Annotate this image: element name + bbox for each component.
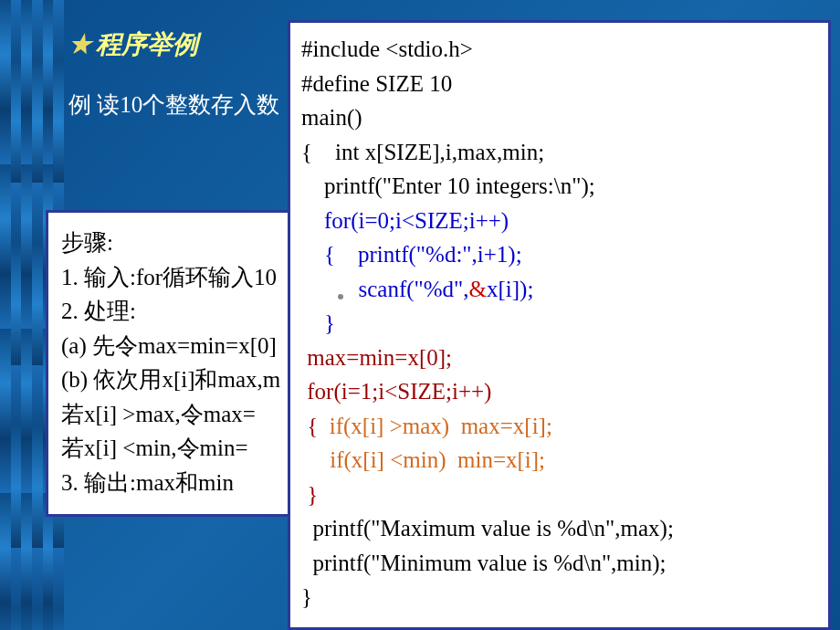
code-line: #include <stdio.h> [301, 32, 817, 67]
marker-dot [338, 294, 343, 299]
code-line: printf("Minimum value is %d\n",min); [301, 546, 817, 581]
code-line: #define SIZE 10 [301, 67, 817, 101]
example-description: 例 读10个整数存入数 [68, 89, 279, 120]
title-text: 程序举例 [96, 30, 198, 58]
code-line: printf("Maximum value is %d\n",max); [301, 511, 817, 546]
code-line: { if(x[i] >max) max=x[i]; [301, 409, 817, 444]
code-panel: #include <stdio.h> #define SIZE 10 main(… [288, 20, 831, 630]
code-line: if(x[i] <min) min=x[i]; [301, 443, 817, 478]
code-line: main() [301, 100, 817, 135]
code-line: { printf("%d:",i+1); [301, 237, 817, 272]
star-icon: ★ [68, 30, 91, 58]
code-line: scanf("%d",&x[i]); [301, 272, 817, 307]
code-line: for(i=0;i<SIZE;i++) [301, 204, 817, 238]
code-line: printf("Enter 10 integers:\n"); [301, 169, 817, 204]
code-line: { int x[SIZE],i,max,min; [301, 135, 817, 170]
code-line: } [301, 580, 817, 614]
code-line: } [301, 478, 817, 512]
code-line: } [301, 306, 817, 341]
code-line: for(i=1;i<SIZE;i++) [301, 374, 817, 409]
section-title: ★程序举例 [68, 27, 198, 62]
code-line: max=min=x[0]; [301, 341, 817, 375]
